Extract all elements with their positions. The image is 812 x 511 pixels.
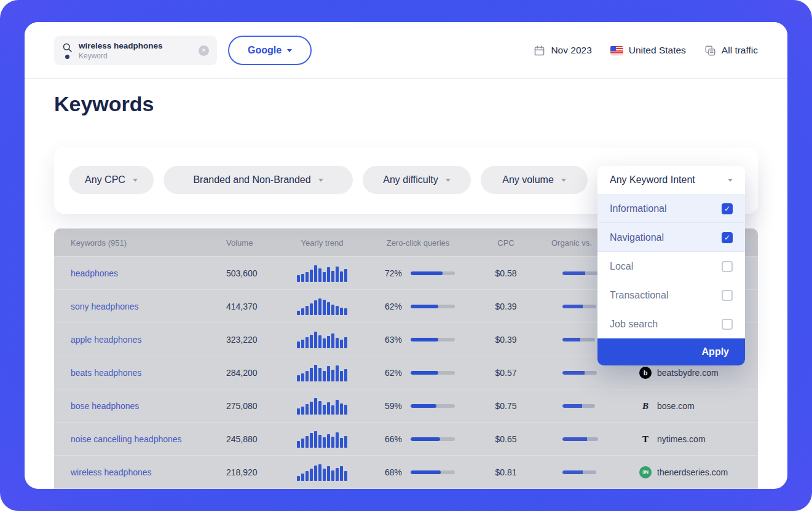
zero-click-bar-fill <box>411 404 436 408</box>
organic-vs-paid-bar <box>562 404 607 408</box>
trend-bar <box>327 366 330 381</box>
search-type-label: Keyword <box>79 52 199 60</box>
trend-bar <box>323 371 326 381</box>
chevron-down-icon <box>561 179 566 182</box>
trend-bar <box>318 298 321 315</box>
search-texts: wireless headphones Keyword <box>79 41 199 60</box>
filter-cpc-dropdown[interactable]: Any CPC <box>69 166 154 194</box>
trend-bar <box>340 466 343 481</box>
organic-bar-segment <box>562 271 585 275</box>
paid-bar-segment <box>585 371 597 375</box>
intent-option[interactable]: Job search ✓ <box>597 310 745 338</box>
trend-bar <box>340 438 343 448</box>
cpc-value: $0.39 <box>484 290 527 323</box>
keyword-link[interactable]: headphones <box>71 257 118 290</box>
organic-vs-paid-bar <box>562 371 607 375</box>
trend-bar <box>323 272 326 282</box>
trend-bar <box>297 311 300 315</box>
trend-bar <box>336 306 339 315</box>
zero-click-bar <box>411 371 455 375</box>
intent-option-checkbox[interactable]: ✓ <box>722 203 733 214</box>
country-selector[interactable]: United States <box>610 45 686 56</box>
intent-option-checkbox[interactable]: ✓ <box>722 232 733 243</box>
trend-bar <box>297 408 300 415</box>
trend-bar <box>310 270 313 282</box>
yearly-trend-chart <box>295 456 349 489</box>
header-zero-click: Zero-click queries <box>375 228 461 257</box>
zero-click-bar-fill <box>411 437 440 441</box>
header-cpc: CPC <box>484 228 527 257</box>
trend-bar <box>305 337 309 348</box>
zero-click-bar-fill <box>411 305 438 308</box>
cpc-value: $0.81 <box>484 456 527 489</box>
zero-click-value: 62% <box>375 290 402 323</box>
trend-bar <box>340 271 343 282</box>
intent-option-checkbox[interactable]: ✓ <box>722 319 733 330</box>
filter-branded-label: Branded and Non-Branded <box>193 174 310 185</box>
paid-bar-segment <box>583 305 596 308</box>
table-row: wireless headphones 218,920 68% $0.81 3N… <box>54 456 758 489</box>
trend-bar <box>297 341 300 348</box>
gradient-frame: wireless headphones Keyword ✕ Google <box>0 0 812 511</box>
trend-bar <box>310 402 313 415</box>
keyword-search-box[interactable]: wireless headphones Keyword ✕ <box>54 36 217 65</box>
keyword-link[interactable]: beats headphones <box>71 356 141 389</box>
topbar-right-controls: Nov 2023 United States Al <box>534 22 758 79</box>
search-input-value[interactable]: wireless headphones <box>79 41 199 50</box>
trend-bar <box>327 402 330 415</box>
trend-bar <box>318 335 321 348</box>
intent-option[interactable]: Local ✓ <box>597 252 745 281</box>
intent-option-label: Navigational <box>610 232 664 243</box>
trend-bar <box>327 336 330 348</box>
keyword-link[interactable]: wireless headphones <box>71 456 152 489</box>
domain-cell[interactable]: B bose.com <box>639 389 695 423</box>
filter-intent-dropdown[interactable]: Any Keyword Intent <box>597 166 745 194</box>
domain-cell[interactable]: 3N thenerdseries.com <box>639 456 728 489</box>
search-engine-dropdown[interactable]: Google <box>228 36 312 65</box>
intent-option[interactable]: Transactional ✓ <box>597 281 745 310</box>
trend-bar <box>331 305 334 315</box>
volume-value: 275,080 <box>226 389 258 423</box>
close-icon: ✕ <box>202 48 207 53</box>
trend-bar <box>323 405 326 415</box>
country-label: United States <box>629 45 686 56</box>
zero-click-bar <box>411 271 455 275</box>
trend-bar <box>314 398 317 415</box>
zero-click-value: 63% <box>375 323 402 356</box>
zero-click-bar-fill <box>411 338 438 341</box>
intent-option[interactable]: Informational ✓ <box>597 194 745 223</box>
chevron-down-icon <box>318 179 323 182</box>
trend-bar <box>340 340 343 348</box>
clear-search-button[interactable]: ✕ <box>199 45 209 56</box>
intent-option-checkbox[interactable]: ✓ <box>722 261 733 272</box>
trend-bar <box>344 308 347 315</box>
date-selector[interactable]: Nov 2023 <box>534 45 591 57</box>
filter-difficulty-dropdown[interactable]: Any difficulty <box>363 166 471 194</box>
filter-volume-dropdown[interactable]: Any volume <box>481 166 588 194</box>
chevron-down-icon <box>728 179 733 182</box>
domain-cell[interactable]: T nytimes.com <box>639 423 706 456</box>
chevron-down-icon <box>446 179 451 182</box>
trend-bar <box>340 371 343 381</box>
search-icon <box>62 42 73 53</box>
domain-favicon: b <box>639 367 652 379</box>
zero-click-bar <box>411 437 455 441</box>
cpc-value: $0.65 <box>484 423 527 456</box>
organic-vs-paid-bar <box>562 470 607 474</box>
trend-bar <box>336 338 339 348</box>
zero-click-value: 68% <box>375 456 402 489</box>
keyword-link[interactable]: bose headphones <box>71 389 139 423</box>
keyword-link[interactable]: sony headphones <box>71 290 139 323</box>
trend-bar <box>314 332 317 348</box>
trend-bar <box>318 435 321 448</box>
intent-option-checkbox[interactable]: ✓ <box>722 290 733 301</box>
intent-option[interactable]: Navigational ✓ <box>597 223 745 252</box>
keyword-link[interactable]: apple headphones <box>71 323 141 356</box>
zero-click-value: 59% <box>375 389 402 423</box>
apply-button[interactable]: Apply <box>597 338 745 365</box>
paid-bar-segment <box>587 437 597 441</box>
apply-button-label: Apply <box>702 346 729 357</box>
traffic-selector[interactable]: All traffic <box>704 45 758 57</box>
keyword-link[interactable]: noise cancelling headphones <box>71 423 182 456</box>
filter-branded-dropdown[interactable]: Branded and Non-Branded <box>164 166 353 194</box>
